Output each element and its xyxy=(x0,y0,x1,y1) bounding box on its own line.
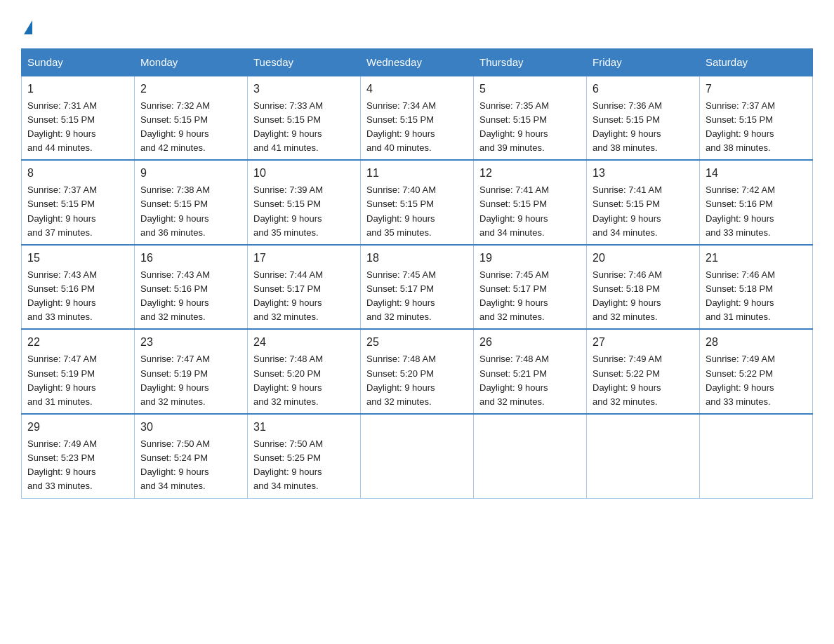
day-info: Sunrise: 7:50 AMSunset: 5:25 PMDaylight:… xyxy=(253,438,323,491)
day-info: Sunrise: 7:44 AMSunset: 5:17 PMDaylight:… xyxy=(253,269,323,322)
day-info: Sunrise: 7:35 AMSunset: 5:15 PMDaylight:… xyxy=(479,100,549,153)
day-info: Sunrise: 7:45 AMSunset: 5:17 PMDaylight:… xyxy=(479,269,549,322)
calendar-cell: 25 Sunrise: 7:48 AMSunset: 5:20 PMDaylig… xyxy=(361,329,474,414)
day-info: Sunrise: 7:40 AMSunset: 5:15 PMDaylight:… xyxy=(366,185,436,237)
day-info: Sunrise: 7:38 AMSunset: 5:15 PMDaylight:… xyxy=(140,185,210,237)
day-info: Sunrise: 7:46 AMSunset: 5:18 PMDaylight:… xyxy=(593,269,662,322)
calendar-cell: 30 Sunrise: 7:50 AMSunset: 5:24 PMDaylig… xyxy=(135,414,248,498)
day-number: 29 xyxy=(27,419,128,436)
header-saturday: Saturday xyxy=(700,48,813,76)
day-number: 1 xyxy=(27,81,128,98)
day-number: 24 xyxy=(253,334,355,351)
day-number: 10 xyxy=(253,165,355,182)
header-thursday: Thursday xyxy=(474,48,587,76)
header-wednesday: Wednesday xyxy=(361,48,474,76)
calendar-cell: 20 Sunrise: 7:46 AMSunset: 5:18 PMDaylig… xyxy=(587,245,700,330)
day-info: Sunrise: 7:47 AMSunset: 5:19 PMDaylight:… xyxy=(140,354,210,406)
day-number: 14 xyxy=(706,165,807,182)
day-number: 12 xyxy=(479,165,581,182)
calendar-cell: 31 Sunrise: 7:50 AMSunset: 5:25 PMDaylig… xyxy=(248,414,361,498)
calendar-cell: 4 Sunrise: 7:34 AMSunset: 5:15 PMDayligh… xyxy=(361,76,474,161)
calendar-cell: 11 Sunrise: 7:40 AMSunset: 5:15 PMDaylig… xyxy=(361,160,474,245)
calendar-cell: 6 Sunrise: 7:36 AMSunset: 5:15 PMDayligh… xyxy=(587,76,700,161)
calendar-cell: 21 Sunrise: 7:46 AMSunset: 5:18 PMDaylig… xyxy=(700,245,813,330)
calendar-cell: 15 Sunrise: 7:43 AMSunset: 5:16 PMDaylig… xyxy=(22,245,135,330)
day-info: Sunrise: 7:41 AMSunset: 5:15 PMDaylight:… xyxy=(479,185,549,237)
logo-triangle-icon xyxy=(24,20,32,34)
day-number: 19 xyxy=(479,250,581,267)
day-number: 23 xyxy=(140,334,241,351)
calendar-cell: 8 Sunrise: 7:37 AMSunset: 5:15 PMDayligh… xyxy=(22,160,135,245)
day-number: 13 xyxy=(593,165,694,182)
day-number: 8 xyxy=(27,165,128,182)
calendar-cell: 3 Sunrise: 7:33 AMSunset: 5:15 PMDayligh… xyxy=(248,76,361,161)
day-number: 18 xyxy=(366,250,468,267)
day-number: 17 xyxy=(253,250,355,267)
day-info: Sunrise: 7:37 AMSunset: 5:15 PMDaylight:… xyxy=(706,100,775,153)
week-row-5: 29 Sunrise: 7:49 AMSunset: 5:23 PMDaylig… xyxy=(22,414,813,498)
day-number: 3 xyxy=(253,81,355,98)
calendar-cell: 12 Sunrise: 7:41 AMSunset: 5:15 PMDaylig… xyxy=(474,160,587,245)
day-number: 9 xyxy=(140,165,241,182)
day-info: Sunrise: 7:49 AMSunset: 5:23 PMDaylight:… xyxy=(27,438,97,491)
day-info: Sunrise: 7:50 AMSunset: 5:24 PMDaylight:… xyxy=(140,438,210,491)
day-number: 22 xyxy=(27,334,128,351)
day-number: 7 xyxy=(706,81,807,98)
header-tuesday: Tuesday xyxy=(248,48,361,76)
day-info: Sunrise: 7:33 AMSunset: 5:15 PMDaylight:… xyxy=(253,100,323,153)
week-row-3: 15 Sunrise: 7:43 AMSunset: 5:16 PMDaylig… xyxy=(22,245,813,330)
calendar-cell: 24 Sunrise: 7:48 AMSunset: 5:20 PMDaylig… xyxy=(248,329,361,414)
day-info: Sunrise: 7:43 AMSunset: 5:16 PMDaylight:… xyxy=(27,269,97,322)
day-number: 20 xyxy=(593,250,694,267)
calendar-cell: 19 Sunrise: 7:45 AMSunset: 5:17 PMDaylig… xyxy=(474,245,587,330)
day-number: 16 xyxy=(140,250,241,267)
day-number: 11 xyxy=(366,165,468,182)
calendar-cell: 18 Sunrise: 7:45 AMSunset: 5:17 PMDaylig… xyxy=(361,245,474,330)
calendar-table: SundayMondayTuesdayWednesdayThursdayFrid… xyxy=(21,48,813,499)
day-info: Sunrise: 7:42 AMSunset: 5:16 PMDaylight:… xyxy=(706,185,775,237)
calendar-cell xyxy=(700,414,813,498)
day-number: 2 xyxy=(140,81,241,98)
logo-top-row xyxy=(21,14,32,34)
header-sunday: Sunday xyxy=(22,48,135,76)
day-info: Sunrise: 7:36 AMSunset: 5:15 PMDaylight:… xyxy=(593,100,662,153)
day-info: Sunrise: 7:45 AMSunset: 5:17 PMDaylight:… xyxy=(366,269,436,322)
day-info: Sunrise: 7:48 AMSunset: 5:20 PMDaylight:… xyxy=(253,354,323,406)
day-info: Sunrise: 7:31 AMSunset: 5:15 PMDaylight:… xyxy=(27,100,97,153)
day-number: 6 xyxy=(593,81,694,98)
header-friday: Friday xyxy=(587,48,700,76)
calendar-cell: 5 Sunrise: 7:35 AMSunset: 5:15 PMDayligh… xyxy=(474,76,587,161)
day-number: 27 xyxy=(593,334,694,351)
day-number: 30 xyxy=(140,419,241,436)
day-info: Sunrise: 7:37 AMSunset: 5:15 PMDaylight:… xyxy=(27,185,97,237)
calendar-cell: 14 Sunrise: 7:42 AMSunset: 5:16 PMDaylig… xyxy=(700,160,813,245)
day-info: Sunrise: 7:46 AMSunset: 5:18 PMDaylight:… xyxy=(706,269,775,322)
day-number: 31 xyxy=(253,419,355,436)
day-info: Sunrise: 7:34 AMSunset: 5:15 PMDaylight:… xyxy=(366,100,436,153)
day-number: 28 xyxy=(706,334,807,351)
calendar-cell: 22 Sunrise: 7:47 AMSunset: 5:19 PMDaylig… xyxy=(22,329,135,414)
calendar-cell: 17 Sunrise: 7:44 AMSunset: 5:17 PMDaylig… xyxy=(248,245,361,330)
calendar-header-row: SundayMondayTuesdayWednesdayThursdayFrid… xyxy=(22,48,813,76)
calendar-cell: 13 Sunrise: 7:41 AMSunset: 5:15 PMDaylig… xyxy=(587,160,700,245)
page-header xyxy=(21,14,813,34)
day-info: Sunrise: 7:41 AMSunset: 5:15 PMDaylight:… xyxy=(593,185,662,237)
calendar-cell: 7 Sunrise: 7:37 AMSunset: 5:15 PMDayligh… xyxy=(700,76,813,161)
logo xyxy=(21,14,32,34)
calendar-cell: 9 Sunrise: 7:38 AMSunset: 5:15 PMDayligh… xyxy=(135,160,248,245)
header-monday: Monday xyxy=(135,48,248,76)
day-number: 5 xyxy=(479,81,581,98)
calendar-cell: 23 Sunrise: 7:47 AMSunset: 5:19 PMDaylig… xyxy=(135,329,248,414)
calendar-cell: 2 Sunrise: 7:32 AMSunset: 5:15 PMDayligh… xyxy=(135,76,248,161)
week-row-1: 1 Sunrise: 7:31 AMSunset: 5:15 PMDayligh… xyxy=(22,76,813,161)
day-info: Sunrise: 7:48 AMSunset: 5:20 PMDaylight:… xyxy=(366,354,436,406)
day-number: 25 xyxy=(366,334,468,351)
calendar-cell: 29 Sunrise: 7:49 AMSunset: 5:23 PMDaylig… xyxy=(22,414,135,498)
day-info: Sunrise: 7:49 AMSunset: 5:22 PMDaylight:… xyxy=(593,354,662,406)
day-number: 4 xyxy=(366,81,468,98)
calendar-cell: 16 Sunrise: 7:43 AMSunset: 5:16 PMDaylig… xyxy=(135,245,248,330)
day-number: 26 xyxy=(479,334,581,351)
calendar-cell: 28 Sunrise: 7:49 AMSunset: 5:22 PMDaylig… xyxy=(700,329,813,414)
calendar-cell xyxy=(361,414,474,498)
week-row-4: 22 Sunrise: 7:47 AMSunset: 5:19 PMDaylig… xyxy=(22,329,813,414)
